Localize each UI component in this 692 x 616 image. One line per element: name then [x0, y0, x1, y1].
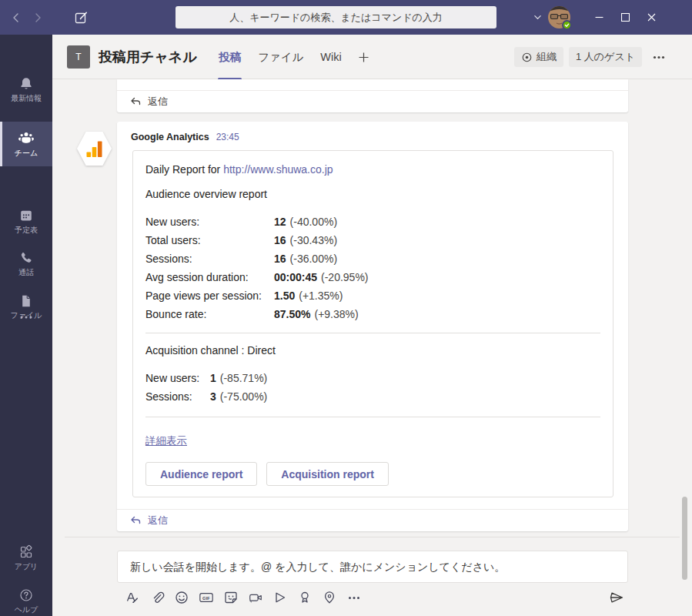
rail-label: ヘルプ [15, 605, 38, 614]
add-tab-button[interactable] [350, 35, 377, 79]
rail-item-activity[interactable]: 最新情報 [0, 67, 52, 112]
guest-count-badge[interactable]: 1 人のゲスト [569, 47, 642, 67]
tab-wiki[interactable]: Wiki [312, 35, 349, 79]
praise-ribbon-icon [297, 590, 313, 605]
stat-delta: (+9.38%) [314, 305, 358, 323]
compose-toolbar: GIF [125, 587, 362, 608]
stat-delta: (-30.43%) [290, 231, 337, 249]
section-divider [145, 333, 600, 333]
google-analytics-logo-icon [86, 141, 102, 157]
tab-posts[interactable]: 投稿 [210, 35, 249, 79]
rail-item-apps[interactable]: アプリ [0, 535, 52, 580]
stat-value: 12 [274, 213, 286, 231]
stat-row: Total users: 16 (-30.43%) [145, 231, 600, 249]
rail-item-help[interactable]: ヘルプ [0, 578, 52, 616]
stat-label: Total users: [145, 231, 274, 249]
team-avatar[interactable]: T [67, 45, 90, 69]
meet-now-button[interactable] [248, 587, 263, 608]
stat-label: Sessions: [145, 249, 274, 268]
location-button[interactable] [322, 587, 337, 608]
maximize-button[interactable] [612, 0, 638, 35]
forward-button[interactable] [28, 0, 48, 35]
stat-value: 16 [274, 249, 286, 268]
sticker-button[interactable] [223, 587, 239, 608]
audience-report-button[interactable]: Audience report [145, 462, 257, 486]
channel-header: T 投稿用チャネル 投稿 ファイル Wiki 組織 1 人のゲスト [52, 35, 692, 79]
acquisition-report-button[interactable]: Acquisition report [266, 462, 389, 486]
intro-text: Daily Report for [145, 163, 223, 176]
teams-icon [18, 131, 35, 146]
profile-menu-button[interactable] [529, 0, 546, 35]
rail-more-button[interactable] [0, 306, 52, 329]
eye-icon [521, 52, 533, 63]
emoji-button[interactable] [174, 587, 189, 608]
minimize-button[interactable] [586, 0, 612, 35]
stat-value: 3 [210, 387, 216, 406]
report-intro: Daily Report for http://www.shuwa.co.jp [145, 162, 600, 177]
stream-button[interactable] [272, 587, 288, 608]
phone-icon [18, 250, 34, 266]
calendar-icon [18, 208, 34, 223]
reply-link[interactable]: 返信 [117, 90, 628, 112]
bell-icon [18, 76, 34, 92]
channel-title: 投稿用チャネル [99, 48, 197, 66]
attach-button[interactable] [149, 587, 165, 608]
compose-more-button[interactable] [346, 587, 362, 608]
gif-button[interactable]: GIF [199, 587, 214, 608]
content-divider [65, 537, 680, 537]
stat-delta: (-75.00%) [220, 387, 267, 406]
back-button[interactable] [6, 0, 26, 35]
praise-button[interactable] [297, 587, 313, 608]
location-pin-icon [322, 590, 337, 605]
teams-window: 最新情報 チャット チーム 予定表 通話 ファイル アプリ [0, 0, 692, 616]
stat-row: Bounce rate: 87.50% (+9.38%) [145, 305, 600, 323]
presence-available-badge [562, 20, 572, 30]
reply-label: 返信 [148, 514, 168, 527]
ellipsis-icon [19, 315, 33, 320]
tab-files[interactable]: ファイル [249, 35, 312, 79]
stat-delta: (-36.00%) [290, 249, 337, 268]
user-avatar[interactable] [548, 6, 570, 28]
site-url-link[interactable]: http://www.shuwa.co.jp [223, 163, 333, 176]
stat-value: 16 [274, 231, 286, 249]
previous-card-bottom [117, 79, 628, 90]
stat-delta: (-85.71%) [220, 369, 267, 387]
gif-icon: GIF [199, 590, 214, 605]
audience-stats-table: New users: 12 (-40.00%) Total users: 16 … [145, 213, 600, 323]
team-initial: T [75, 52, 81, 62]
stat-delta: (+1.35%) [299, 286, 343, 305]
close-button[interactable] [638, 0, 664, 35]
message-author: Google Analytics [131, 132, 209, 142]
org-visibility-chip[interactable]: 組織 [514, 47, 563, 67]
scrollbar-thumb[interactable] [682, 497, 687, 580]
acquisition-section-title: Acquisition channel : Direct [145, 343, 600, 358]
stat-delta: (-40.00%) [290, 213, 337, 231]
search-input[interactable] [176, 6, 496, 28]
rail-item-calls[interactable]: 通話 [0, 241, 52, 286]
stat-row: New users: 12 (-40.00%) [145, 213, 600, 231]
emoji-icon [174, 590, 189, 605]
stat-label: Bounce rate: [145, 305, 274, 323]
new-chat-button[interactable] [69, 0, 92, 35]
rail-item-teams[interactable]: チーム [0, 122, 52, 166]
stat-label: New users: [145, 369, 210, 387]
stat-value: 00:00:45 [274, 268, 317, 286]
analytics-report-card: Daily Report for http://www.shuwa.co.jp … [132, 150, 613, 497]
message-card: Google Analytics 23:45 Daily Report for … [117, 122, 628, 531]
send-button[interactable] [607, 587, 627, 608]
ellipsis-icon [653, 55, 665, 59]
reply-label: 返信 [148, 95, 168, 109]
stat-row: New users: 1 (-85.71%) [145, 369, 600, 387]
rail-item-calendar[interactable]: 予定表 [0, 199, 52, 243]
format-button[interactable] [125, 587, 140, 608]
stat-value: 1 [210, 369, 216, 387]
reply-link[interactable]: 返信 [117, 509, 628, 531]
ellipsis-icon [348, 596, 360, 600]
chevron-left-icon [11, 12, 22, 23]
new-message-input[interactable] [117, 551, 628, 583]
channel-more-button[interactable] [647, 47, 670, 67]
stat-label: Avg session duration: [145, 268, 274, 286]
details-link[interactable]: 詳細表示 [145, 434, 187, 448]
sticker-icon [223, 590, 239, 605]
titlebar [0, 0, 692, 35]
